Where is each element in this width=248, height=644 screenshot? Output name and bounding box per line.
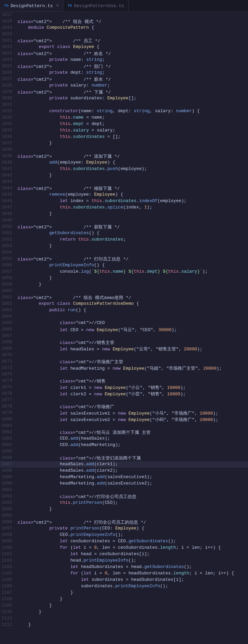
line-content: class="cmt">//打印全公司员工信息 [18,493,248,500]
line-content: this.subordinates.splice(index, 1); [18,204,248,210]
line-content: this.printPerson(CEO); [18,500,248,505]
code-line: 1044class="cmt2"> /** 移除下属 */ [0,185,248,192]
line-number: 1091 [0,487,18,492]
line-content: console.log(`${this.name} ${this.dept} $… [18,269,248,274]
line-number: 1078 [0,403,18,409]
code-line: 1042 } [0,172,248,179]
code-line: 1069 let headSales = new Employee("云哥", … [0,346,248,352]
line-number: 1032 [0,108,18,114]
code-line: 1096class="cmt2"> /** 打印全公司员工的信息 */ [0,519,248,525]
code-line: 1030 private subordinates: Employee[]; [0,95,248,102]
line-number: 1092 [0,493,18,499]
code-line: 1033 this.name = name; [0,115,248,121]
line-number: 1052 [0,237,18,242]
line-content: this.name = name; [18,115,248,120]
line-content: this.subordinates.push(employee); [18,166,248,171]
line-number: 1049 [0,217,18,223]
code-line: 1080 let salesExecutive2 = new Employee(… [0,416,248,423]
line-content: } [18,622,248,627]
code-line: 1076 let clerk2 = new Employee("小芸", "销售… [0,391,248,397]
line-number: 1069 [0,346,18,351]
line-number: 1090 [0,480,18,486]
line-number: 1099 [0,538,18,544]
code-line: 1027class="cmt2"> /** 薪水 */ [0,76,248,82]
line-content [18,371,248,377]
line-number: 1077 [0,397,18,402]
line-number: 1095 [0,513,18,518]
line-content: headSales.add(clerk2); [18,468,248,473]
line-number: 1060 [0,288,18,293]
code-line: 1068 class="cmt">//销售主管 [0,339,248,346]
line-number: 1083 [0,436,18,441]
code-line: 1075 let clerk1 = new Employee("小云", "销售… [0,384,248,391]
line-content [18,147,248,152]
line-content: } [18,596,248,601]
code-line: 1021class="cmt2"> /** 员工 */ [0,38,248,44]
line-number: 1057 [0,269,18,274]
line-content: public run() { [18,307,248,313]
code-line: 1073 [0,371,248,378]
line-content: } [18,506,248,512]
line-number: 1111 [0,615,18,621]
code-line: 1025class="cmt2"> /** 部门 */ [0,63,248,70]
code-line: 1102 head.printEmployeeInfo(); [0,558,248,564]
code-line: 1052 return this.subordinates; [0,237,248,243]
code-line: 1098 CEO.printEmployeeInfo(); [0,532,248,538]
tab-close-active[interactable]: × [56,3,59,8]
code-line: 1103 let headSubordinates = head.getSubo… [0,564,248,570]
line-number: 1059 [0,281,18,287]
line-content: class="cmt">//市场推广主管 [18,358,248,365]
line-number: 1046 [0,198,18,203]
line-number: 1047 [0,204,18,210]
line-content [18,397,248,402]
line-number: 1051 [0,230,18,236]
code-line: 1019 module CompositePattern { [0,25,248,31]
code-line: 1082 class="cmt">//给马云 添加两个下属 主管 [0,429,248,436]
line-number: 1036 [0,134,18,139]
code-line: 1061class="cmt2"> /** 组合 模式demo使用 */ [0,294,248,301]
code-line: 1072 let headMarketing = new Employee("马… [0,365,248,371]
line-number: 1018 [0,18,18,24]
code-line: 1109 } [0,602,248,609]
line-content: private salary: number; [18,82,248,88]
line-number: 1033 [0,115,18,120]
line-content: let headSubordinates = head.getSubordina… [18,564,248,569]
line-number: 1105 [0,577,18,582]
line-content: export class CompositePatternUseDemo { [18,301,248,306]
line-content [18,423,248,428]
line-content [18,31,248,36]
code-line: 1048 } [0,211,248,217]
code-line: 1060 [0,288,248,294]
line-number: 1037 [0,140,18,146]
code-line: 1088 headSales.add(clerk2); [0,468,248,474]
line-content: let clerk1 = new Employee("小云", "销售", 10… [18,384,248,391]
line-number: 1064 [0,314,18,319]
line-number: 1109 [0,602,18,608]
line-content: class="cmt2"> /** 下属 */ [18,89,248,95]
line-number: 1088 [0,468,18,473]
line-content: class="cmt2"> /** 员工 */ [18,38,248,44]
line-content: headMarketing.add(salesExecutive2); [18,480,248,486]
line-number: 1027 [0,76,18,81]
line-number: 1108 [0,596,18,601]
code-line: 1092 class="cmt">//打印全公司员工信息 [0,493,248,500]
line-number: 1067 [0,333,18,338]
code-line: 1078 class="cmt">//市场推广 [0,403,248,410]
line-number: 1080 [0,416,18,422]
line-number: 1050 [0,224,18,229]
tab-design-pattern[interactable]: TS DesignPattern.ts × [0,0,63,11]
code-line: 1034 this.dept = dept; [0,121,248,127]
line-number: 1101 [0,551,18,556]
tab-design-pattern-use[interactable]: TS DesignPatternUse.ts [63,0,128,11]
editor-container: TS DesignPattern.ts × TS DesignPatternUs… [0,0,248,628]
code-line: 1028 private salary: number; [0,82,248,89]
line-number: 1053 [0,243,18,248]
line-content [18,249,248,255]
line-content [18,448,248,454]
code-line: 1053 } [0,243,248,249]
line-content: class="cmt">//销售 [18,378,248,384]
code-line: 1104 for (let i = 0, len = headSubordina… [0,570,248,577]
line-content [18,487,248,492]
code-line: 1100 for (let i = 0, len = ceoSubordinat… [0,545,248,551]
line-number: 1086 [0,455,18,460]
